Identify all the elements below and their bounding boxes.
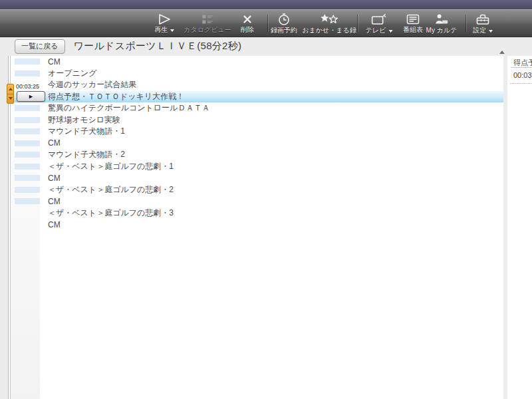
thumbnail-band: [15, 198, 40, 204]
chapter-title: ＜ザ・ベスト＞庭ゴルフの悲劇・2: [48, 184, 174, 196]
thumbnail-band: [15, 152, 40, 158]
play-icon: [156, 13, 173, 25]
main-toolbar: 再生 カタログビュー 削除 録画予約: [0, 9, 532, 37]
toolbar-divider: [267, 15, 268, 32]
chapter-row[interactable]: CM: [40, 138, 503, 150]
toolbar-button-rec-reserve[interactable]: 録画予約: [271, 13, 297, 35]
chapter-row[interactable]: マウンド子犬物語・2: [40, 149, 503, 161]
chapter-row[interactable]: 得点予想・ＴＯＴＯドッキリ大作戦！: [40, 91, 503, 103]
side-panel-divider: [511, 67, 532, 68]
chapter-marker-stepper: [7, 84, 14, 104]
marker-play-button[interactable]: ►: [17, 91, 45, 102]
chapter-title: オープニング: [48, 68, 96, 79]
chapter-title: CM: [48, 138, 61, 148]
chapter-title: CM: [48, 197, 61, 206]
panel-collapse-icon[interactable]: [499, 51, 505, 54]
two-stars-icon: [319, 13, 340, 26]
toolbar-label-catalog-view: カタログビュー: [184, 25, 231, 35]
down-triangle-icon: [9, 97, 13, 100]
thumbnail-band: [15, 140, 40, 146]
chapter-title: CM: [48, 57, 61, 66]
toolbar-button-my-karte[interactable]: My カルテ: [426, 13, 458, 35]
toolbar-button-play[interactable]: 再生: [154, 13, 174, 35]
toolbar-label-settings: 設定: [473, 26, 486, 35]
header-bar: 一覧に戻る ワールドスポーツＬＩＶＥ(58分2秒): [0, 37, 532, 56]
chapter-row[interactable]: CM: [40, 172, 503, 184]
toolbar-divider: [357, 15, 358, 32]
toolbar-label-omakase: おまかせ・まる録: [302, 26, 356, 35]
thumbnail-band: [15, 128, 40, 134]
thumbnail-band: [15, 187, 40, 193]
clock-icon: [277, 13, 291, 26]
chapter-row[interactable]: CM: [40, 56, 503, 68]
chapter-row[interactable]: 野球場オモシロ実験: [40, 114, 503, 126]
chevron-down-icon[interactable]: [170, 29, 174, 32]
toolbar-button-catalog-view[interactable]: カタログビュー: [184, 13, 231, 35]
chapter-row[interactable]: CM: [40, 219, 503, 231]
toolbar-label-my-karte: My カルテ: [426, 26, 458, 35]
chapter-title: CM: [48, 220, 61, 229]
toolbar-label-tv: テレビ: [366, 26, 386, 35]
thumbnail-band: [15, 117, 40, 123]
chapter-row[interactable]: ＜ザ・ベスト＞庭ゴルフの悲劇・2: [40, 184, 503, 196]
toolbar-label-delete: 削除: [241, 25, 254, 35]
marker-down-button[interactable]: [7, 94, 13, 104]
program-guide-icon: [406, 13, 420, 25]
toolbar-button-guide[interactable]: 番組表: [403, 13, 423, 35]
chapter-row[interactable]: 今週のサッカー試合結果: [40, 79, 503, 91]
chapter-title: ＜ザ・ベスト＞庭ゴルフの悲劇・3: [48, 207, 174, 219]
window-title-strip: [0, 0, 532, 9]
side-panel-dotted-divider: [510, 83, 532, 84]
thumbnail-band: [15, 175, 40, 181]
toolbox-icon: [475, 13, 491, 26]
chapter-row[interactable]: ＜ザ・ベスト＞庭ゴルフの悲劇・3: [40, 207, 503, 219]
chapter-title: 今週のサッカー試合結果: [48, 79, 136, 90]
toolbar-button-delete[interactable]: 削除: [241, 13, 254, 35]
chapter-row[interactable]: 驚異のハイテクボールコントロールＤＡＴＡ: [40, 102, 503, 114]
marker-up-button[interactable]: [7, 84, 13, 94]
chapter-row[interactable]: オープニング: [40, 68, 503, 80]
play-triangle-icon: ►: [28, 93, 34, 100]
tv-icon: [370, 13, 388, 26]
toolbar-divider: [466, 15, 466, 32]
toolbar-button-settings[interactable]: 設定: [473, 13, 493, 35]
chapter-title: ＜ザ・ベスト＞庭ゴルフの悲劇・1: [48, 161, 174, 172]
up-triangle-icon: [9, 88, 13, 90]
catalog-view-icon: [200, 13, 215, 25]
chapter-title: マウンド子犬物語・1: [48, 126, 125, 137]
app-window: 再生 カタログビュー 削除 録画予約: [0, 0, 532, 399]
delete-icon: [241, 13, 253, 25]
chapter-title: 野球場オモシロ実験: [48, 114, 120, 126]
toolbar-button-omakase[interactable]: おまかせ・まる録: [302, 13, 356, 35]
chapter-title: CM: [48, 174, 61, 183]
thumbnail-band: [15, 164, 40, 170]
toolbar-button-tv[interactable]: テレビ: [366, 13, 393, 35]
film-strip[interactable]: [11, 56, 40, 399]
back-to-list-button[interactable]: 一覧に戻る: [15, 39, 65, 54]
toolbar-label-rec-reserve: 録画予約: [271, 26, 297, 35]
side-panel-title: 得点予: [513, 58, 532, 68]
chapter-row[interactable]: マウンド子犬物語・1: [40, 126, 503, 138]
person-card-icon: [434, 13, 450, 26]
thumbnail-band: [15, 70, 40, 76]
toolbar-label-play: 再生: [154, 25, 168, 35]
chapter-list-panel: CM オープニング 今週のサッカー試合結果 得点予想・ＴＯＴＯドッキリ大作戦！ …: [40, 56, 503, 399]
chapter-title: 驚異のハイテクボールコントロールＤＡＴＡ: [48, 102, 209, 114]
toolbar-label-guide: 番組表: [403, 25, 423, 35]
chapter-title: 得点予想・ＴＯＴＯドッキリ大作戦！: [48, 91, 184, 102]
chevron-down-icon[interactable]: [489, 30, 493, 33]
chapter-list: CM オープニング 今週のサッカー試合結果 得点予想・ＴＯＴＯドッキリ大作戦！ …: [40, 56, 503, 231]
thumbnail-band: [15, 59, 40, 65]
page-title: ワールドスポーツＬＩＶＥ(58分2秒): [74, 40, 242, 53]
chevron-down-icon[interactable]: [388, 30, 392, 33]
thumbnail-band: [15, 105, 40, 111]
side-panel-time: 00:03: [513, 71, 532, 79]
chapter-title: マウンド子犬物語・2: [48, 149, 125, 160]
chapter-row[interactable]: ＜ザ・ベスト＞庭ゴルフの悲劇・1: [40, 161, 503, 173]
chapter-row[interactable]: CM: [40, 196, 503, 207]
marker-time-label: 00:03:25: [14, 82, 41, 90]
side-panel: 得点予 00:03: [507, 56, 532, 399]
